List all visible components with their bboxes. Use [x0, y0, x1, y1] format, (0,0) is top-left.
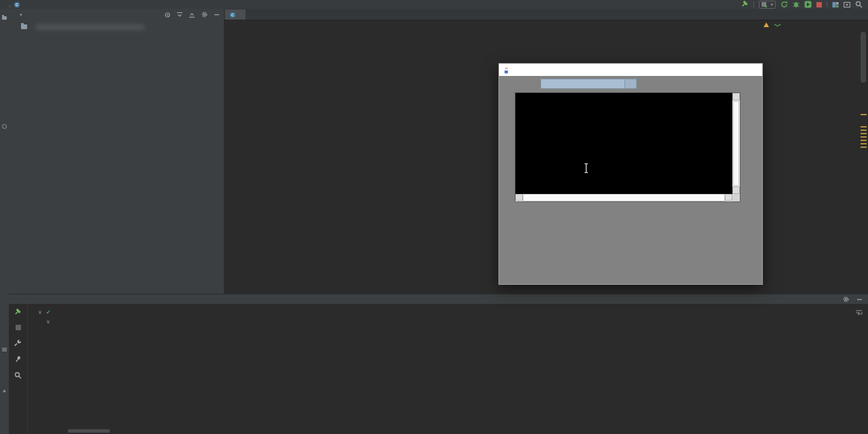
expand-all-icon[interactable]: [176, 12, 183, 18]
class-icon: C: [14, 2, 20, 7]
class-icon: C: [230, 12, 235, 18]
hide-panel-icon[interactable]: [214, 12, 220, 18]
scrollbar-corner: [732, 194, 740, 201]
structure-icon: [2, 348, 7, 353]
sidebar-item-favorites[interactable]: ★: [0, 389, 9, 396]
warning-stripe-mark[interactable]: [861, 114, 867, 115]
minimize-button[interactable]: [715, 64, 731, 76]
horizontal-scrollbar-thumb[interactable]: [68, 429, 110, 433]
build-hammer-icon[interactable]: [741, 1, 749, 8]
help-combobox[interactable]: [540, 79, 637, 89]
rerun-build-icon[interactable]: [14, 309, 22, 316]
run-icon[interactable]: [781, 1, 788, 8]
stop-icon: [16, 325, 21, 330]
project-tree: [9, 22, 224, 31]
locate-file-icon[interactable]: [164, 12, 171, 18]
chevron-down-icon: ▾: [770, 2, 773, 7]
tab-main-java[interactable]: C: [225, 9, 245, 20]
star-icon: ★: [2, 389, 6, 394]
sidebar-item-structure[interactable]: [0, 348, 9, 355]
warning-stripe-mark[interactable]: [861, 133, 867, 134]
debug-icon[interactable]: [793, 1, 800, 8]
scrollbar-track[interactable]: [523, 194, 725, 201]
success-check-icon: ✓: [46, 309, 51, 315]
settings-gear-icon[interactable]: [201, 11, 208, 18]
close-button[interactable]: [747, 64, 762, 76]
java-icon: [502, 66, 510, 74]
ide-window: C ▾: [0, 0, 868, 434]
inspections-widget[interactable]: [764, 22, 789, 27]
typo-icon: [774, 23, 781, 26]
chevron-down-icon[interactable]: ∨: [46, 319, 50, 325]
scroll-right-icon[interactable]: [725, 194, 732, 201]
pin-icon[interactable]: [15, 355, 22, 363]
folder-icon: [21, 24, 27, 29]
search-icon[interactable]: [855, 1, 863, 8]
tool-window-stripe: ★: [0, 9, 9, 434]
combobox-arrow-icon[interactable]: [625, 79, 636, 88]
app-content-pane: [499, 76, 762, 284]
main-toolbar: C ▾: [0, 0, 868, 9]
sidebar-item-learn[interactable]: [0, 124, 9, 131]
scroll-left-icon[interactable]: [515, 194, 523, 201]
find-icon[interactable]: [14, 372, 22, 379]
warning-stripe-mark[interactable]: [861, 146, 867, 148]
project-icon: [2, 16, 7, 20]
scroll-up-icon[interactable]: [732, 93, 740, 100]
sidebar-item-project[interactable]: [0, 14, 9, 20]
app-window: [498, 63, 763, 285]
app-icon: [762, 2, 766, 7]
run-toolbar: ▾: [741, 0, 868, 9]
run-with-coverage-icon[interactable]: [804, 1, 812, 8]
breadcrumb-item-main[interactable]: C: [14, 2, 22, 7]
project-panel-header: ▾: [9, 9, 224, 20]
hide-panel-icon[interactable]: [856, 296, 863, 302]
editor-tab-bar: C: [224, 9, 868, 20]
horizontal-scrollbar[interactable]: [515, 194, 732, 201]
collapse-all-icon[interactable]: [189, 12, 195, 18]
learn-icon: [2, 124, 7, 129]
warning-stripe-mark[interactable]: [861, 143, 867, 144]
scroll-down-icon[interactable]: [732, 186, 740, 194]
project-tool-window: ▾: [9, 9, 224, 294]
wrench-icon[interactable]: [14, 339, 22, 347]
warning-stripe-mark[interactable]: [861, 130, 867, 131]
app-title-bar[interactable]: [499, 64, 762, 76]
chevron-down-icon[interactable]: ∨: [38, 309, 42, 315]
layout-icon[interactable]: [832, 1, 839, 8]
editor-scrollbar[interactable]: [859, 20, 868, 294]
build-output-panel: ∨ ✓ ∨: [9, 304, 868, 434]
warning-stripe-mark[interactable]: [861, 136, 867, 138]
settings-gear-icon[interactable]: [842, 296, 850, 303]
window-icon[interactable]: [844, 1, 850, 8]
toolbar-divider: [753, 1, 754, 7]
vertical-scrollbar[interactable]: [732, 93, 740, 194]
build-toolbar: [9, 304, 28, 434]
output-textarea[interactable]: [515, 93, 732, 194]
soft-wrap-icon[interactable]: [855, 309, 863, 317]
blurred-path: [36, 24, 144, 30]
ibeam-cursor: [583, 163, 589, 176]
warning-stripe-mark[interactable]: [861, 140, 867, 141]
warning-stripe-mark[interactable]: [861, 126, 867, 127]
scrollbar-track[interactable]: [733, 101, 739, 186]
tree-item-root[interactable]: [9, 22, 224, 31]
warning-icon: [764, 22, 769, 27]
scrollbar-thumb[interactable]: [861, 32, 866, 83]
output-scrollpane: [515, 92, 741, 202]
stop-icon[interactable]: [816, 2, 822, 7]
toolbar-divider: [827, 1, 827, 7]
maximize-button[interactable]: [731, 64, 747, 76]
chevron-down-icon: ▾: [20, 12, 22, 18]
run-config-select[interactable]: ▾: [759, 1, 776, 9]
